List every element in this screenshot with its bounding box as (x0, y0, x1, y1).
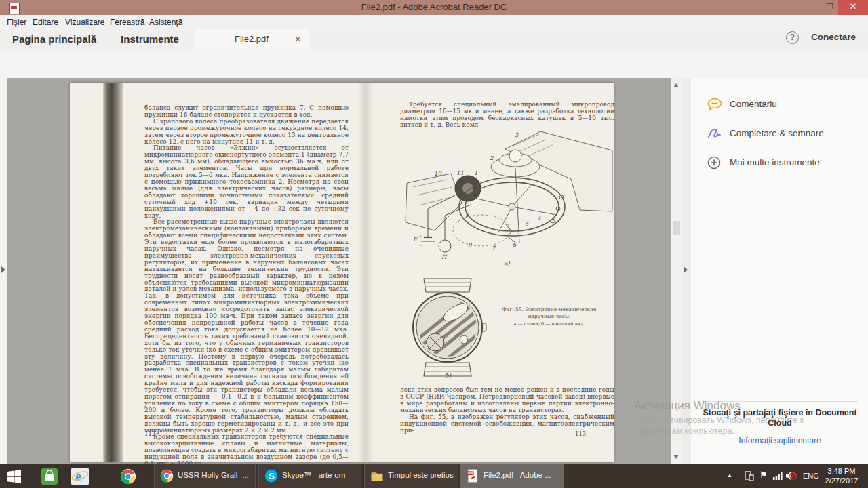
caption-line: наручные часы: (528, 313, 571, 319)
tray-expand-icon[interactable]: ▲ (727, 472, 732, 479)
taskbar-button-acrobat[interactable]: PDF File2.pdf - Adobe ... (460, 464, 564, 488)
figure-regulator-schematic: 3 2 1 11 10 9 8 7 6 5 4 E + − П (403, 129, 614, 272)
promo-divider (701, 401, 858, 402)
tab-tools[interactable]: Instrumente (108, 29, 191, 49)
chrome-icon (160, 469, 174, 483)
tray-volume-muted-icon[interactable] (785, 470, 797, 481)
svg-text:e: e (75, 469, 81, 484)
figure-b-label: б) (445, 372, 451, 379)
scroll-down-icon[interactable] (673, 455, 679, 459)
fig-label: 3 (515, 131, 519, 138)
fig-label: 7 (492, 245, 496, 251)
paragraph: Требуется специальный эмалированный микр… (400, 101, 614, 128)
taskbar: e USSR Holly Grail -... S (0, 464, 868, 488)
start-button-icon[interactable] (7, 469, 22, 484)
paragraph: Кроме специальных транзисторов требуются… (144, 434, 349, 464)
paragraph: Все рассмотренные выше наручные электроч… (144, 219, 349, 434)
svg-text:PDF: PDF (468, 472, 474, 475)
taskbar-button-chrome[interactable]: USSR Holly Grail -... (154, 464, 256, 488)
skype-icon: S (264, 469, 278, 483)
tray-time: 3:48 PM (822, 467, 861, 476)
menu-edit[interactable]: Editare (30, 17, 61, 28)
taskbar-button-label: Skype™ - arte-om (282, 471, 345, 479)
scrollbar-thumb[interactable] (673, 221, 680, 235)
fig-label-battery: E (413, 236, 418, 243)
figure-a-label: а) (504, 260, 510, 266)
menu-bar: Fişier Editare Vizualizare Fereastră Asi… (0, 15, 868, 30)
menu-window[interactable]: Fereastră (107, 17, 147, 28)
sign-in-link[interactable]: Conectare (811, 32, 856, 42)
taskbar-button-label: File2.pdf - Adobe ... (484, 471, 551, 479)
fig-label-contact: П (441, 253, 448, 260)
fig-label: 6 (513, 241, 517, 248)
toolbar: 15 / 36 66.1% ▾ (0, 49, 868, 79)
tray-device-icon[interactable] (745, 471, 754, 481)
book-gutter-shadow (358, 83, 373, 462)
tool-fill-sign[interactable]: Completare & semnare (707, 127, 724, 142)
paragraph: лекс этих вопросов был тем не менее реше… (400, 386, 614, 413)
left-page-number: 112 (144, 430, 155, 437)
vertical-scrollbar[interactable] (671, 78, 682, 464)
taskbar-button-label: Timpul este pretios (388, 471, 454, 479)
fig-label: 5 (525, 220, 529, 227)
minimize-button[interactable]: – (802, 0, 821, 15)
chrome-pinned-icon[interactable] (120, 468, 136, 485)
taskbar-button-label: USSR Holly Grail -... (178, 471, 249, 479)
menu-help[interactable]: Asistenţă (146, 17, 185, 28)
tool-more-tools[interactable]: Mai multe instrumente (707, 156, 721, 171)
close-button[interactable]: ✕ (838, 0, 868, 15)
paragraph: С храпового колеса преобразователя движе… (144, 119, 349, 146)
tab-home[interactable]: Pagina principală (0, 29, 108, 49)
book-binding-shadow (103, 83, 123, 462)
taskbar-button-skype[interactable]: S Skype™ - arte-om (258, 464, 361, 488)
fig-label: 2 (490, 155, 494, 161)
caption-subline: а — схема; б — внешний вид. (488, 321, 610, 328)
tray-action-center-icon[interactable]: ⚑ (760, 470, 768, 480)
tool-comment[interactable]: Comentariu (707, 98, 722, 113)
document-cloud-promo-title: Stocaţi şi partajaţi fişiere în Document… (695, 408, 865, 428)
fill-sign-pen-icon (707, 127, 724, 140)
tab-close-icon[interactable]: × (295, 29, 300, 49)
figure-wristwatch (407, 277, 492, 378)
fig-label: 1 (474, 169, 477, 176)
tray-network-icon[interactable] (773, 472, 783, 480)
menu-file[interactable]: Fişier (4, 17, 29, 28)
plus-circle-icon (707, 156, 721, 169)
windows-store-icon[interactable] (41, 468, 58, 485)
fig-label: 8 (468, 242, 472, 249)
scanned-book-spread: баланса служит ограничительная пружинка … (70, 83, 614, 462)
tab-bar: Pagina principală Instrumente File2.pdf … (0, 29, 868, 49)
folder-icon (370, 469, 384, 483)
tool-fill-sign-label: Completare & semnare (730, 128, 824, 138)
document-viewport[interactable]: баланса служит ограничительная пружинка … (7, 78, 671, 464)
taskbar-button-folder[interactable]: Timpul este pretios (364, 464, 458, 488)
pdf-file-icon: PDF (466, 469, 479, 483)
scroll-up-icon[interactable] (673, 83, 679, 87)
left-pane-toggle-icon[interactable] (1, 266, 5, 273)
help-icon[interactable]: ? (786, 31, 799, 44)
fig-label: 10 (434, 170, 441, 177)
fig-label: 4 (537, 215, 541, 222)
svg-text:S: S (269, 471, 275, 481)
fig-label: 11 (456, 169, 464, 176)
menu-view[interactable]: Vizualizare (62, 17, 107, 28)
paragraph: Питание часов «Элжин» осуществляется от … (144, 145, 349, 219)
restore-button[interactable]: ❐ (821, 0, 840, 15)
internet-explorer-icon[interactable]: e (71, 468, 89, 485)
fig-label-plus: + (418, 233, 422, 238)
tool-more-tools-label: Mai multe instrumente (730, 157, 820, 167)
tab-document-label: File2.pdf (235, 29, 269, 49)
right-pane-toggle-icon[interactable] (684, 266, 688, 273)
tray-clock[interactable]: 3:48 PM 2/27/2017 (822, 467, 861, 485)
tool-comment-label: Comentariu (730, 99, 777, 109)
window-title: File2.pdf - Adobe Acrobat Reader DC (0, 2, 868, 12)
title-bar: File2.pdf - Adobe Acrobat Reader DC – ❐ … (0, 0, 868, 15)
tray-language-label[interactable]: ENG (803, 472, 819, 480)
more-info-link[interactable]: Informaţii suplimentare (695, 436, 865, 445)
tab-document[interactable]: File2.pdf × (195, 29, 309, 49)
tools-panel: Comentariu Completare & semnare Mai mult… (691, 78, 868, 464)
comment-bubble-icon (707, 98, 722, 111)
right-page-text: лекс этих вопросов был тем не менее реше… (400, 386, 614, 434)
tray-date: 2/27/2017 (822, 476, 861, 486)
fig-label-minus: − (418, 243, 422, 247)
